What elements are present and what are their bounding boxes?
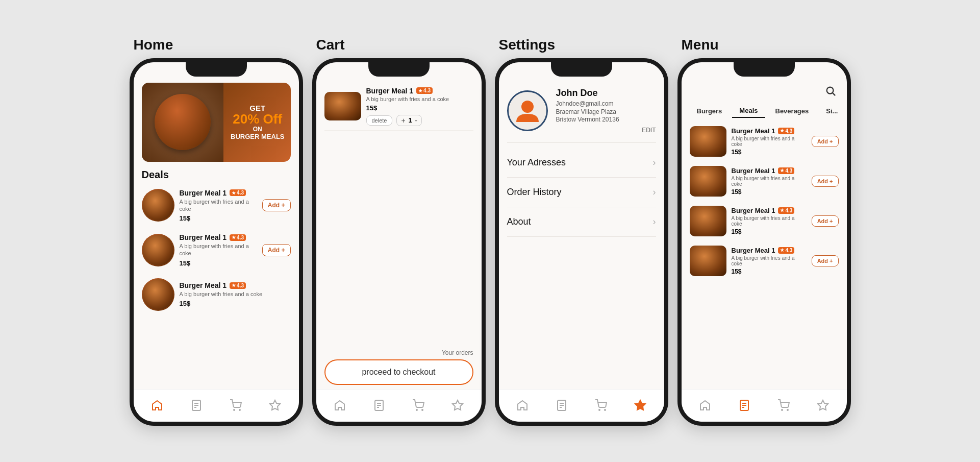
menu-add-btn-3[interactable]: Add +: [812, 215, 839, 227]
checkout-btn[interactable]: proceed to checkout: [324, 359, 473, 385]
svg-marker-30: [818, 400, 828, 410]
menu-search-btn[interactable]: [822, 83, 839, 99]
cart-screen: Burger Meal 1 ★4.3 A big burger with fri…: [316, 62, 482, 422]
cart-delete-btn-1[interactable]: delete: [366, 115, 393, 126]
menu-bottom-nav: [682, 389, 847, 422]
settings-bottom-nav: [499, 389, 664, 422]
cart-item-name-1: Burger Meal 1: [366, 87, 414, 95]
home-content: GET 20% Off ON BURGER MEALS Deals: [134, 62, 299, 389]
menu-meal-card-3: Burger Meal 1 ★4.3 A big burger with fri…: [690, 204, 839, 238]
svg-point-20: [605, 409, 606, 410]
menu-meal-desc-4: A big burger with fries and a coke: [732, 255, 807, 266]
settings-about-chevron: ›: [653, 216, 656, 227]
cart-notch: [368, 62, 430, 77]
menu-meal-price-1: 15$: [732, 149, 807, 156]
cart-qty-minus-1[interactable]: -: [415, 116, 417, 125]
settings-addresses-chevron: ›: [653, 157, 656, 168]
home-nav-notes-icon[interactable]: [189, 398, 204, 412]
menu-tab-burgers[interactable]: Burgers: [690, 104, 730, 118]
profile-name: John Doe: [556, 88, 656, 99]
menu-meal-name-row-2: Burger Meal 1 ★4.3: [732, 167, 807, 175]
home-phone: GET 20% Off ON BURGER MEALS Deals: [130, 58, 303, 426]
settings-nav-home-icon[interactable]: [515, 398, 530, 412]
home-meal-price-1: 15$: [180, 214, 257, 222]
menu-add-btn-4[interactable]: Add +: [812, 255, 839, 266]
home-rating-badge-1: ★4.3: [230, 189, 246, 196]
settings-nav-notes-icon[interactable]: [555, 398, 569, 412]
home-nav-home-icon[interactable]: [150, 398, 164, 412]
settings-nav-cart-icon[interactable]: [594, 398, 608, 412]
menu-items-list: Burger Meal 1 ★4.3 A big burger with fri…: [690, 124, 839, 389]
menu-label: Menu: [677, 37, 719, 53]
hero-burger-meals-text: BURGER MEALS: [231, 133, 284, 140]
menu-nav-home-icon[interactable]: [698, 398, 712, 412]
menu-tab-meals[interactable]: Meals: [732, 104, 765, 118]
home-bottom-nav: [134, 389, 299, 422]
menu-meal-desc-2: A big burger with fries and a coke: [732, 176, 807, 187]
cart-nav-cart-icon[interactable]: [411, 398, 425, 412]
menu-meal-desc-1: A big burger with fries and a coke: [732, 136, 807, 147]
home-nav-settings-icon[interactable]: [268, 398, 282, 412]
home-add-btn-1[interactable]: Add +: [262, 199, 291, 211]
svg-point-29: [787, 409, 788, 410]
cart-rating-badge-1: ★4.3: [416, 87, 433, 94]
menu-meal-name-row-4: Burger Meal 1 ★4.3: [732, 247, 807, 254]
menu-meal-info-2: Burger Meal 1 ★4.3 A big burger with fri…: [732, 167, 807, 196]
home-meal-desc-3: A big burger with fries and a coke: [180, 290, 291, 298]
settings-order-history-chevron: ›: [653, 187, 656, 198]
settings-item-order-history[interactable]: Order History ›: [507, 178, 656, 207]
cart-phone: Burger Meal 1 ★4.3 A big burger with fri…: [312, 58, 486, 426]
settings-item-addresses[interactable]: Your Adresses ›: [507, 148, 656, 178]
svg-line-23: [833, 93, 835, 95]
hero-percent-text: 20% Off: [231, 112, 284, 126]
settings-item-about[interactable]: About ›: [507, 207, 656, 237]
menu-tab-sides[interactable]: Si...: [819, 104, 838, 118]
menu-nav-cart-icon[interactable]: [776, 398, 791, 412]
cart-item-controls-1: delete + 1 -: [366, 115, 473, 126]
settings-content: John Doe Johndoe@gmail.com Braemar Villa…: [499, 62, 664, 389]
home-rating-badge-3: ★4.3: [230, 282, 246, 289]
menu-add-btn-1[interactable]: Add +: [812, 136, 839, 147]
cart-item-name-row-1: Burger Meal 1 ★4.3: [366, 87, 473, 95]
cart-nav-home-icon[interactable]: [333, 398, 347, 412]
svg-point-12: [422, 409, 423, 410]
menu-meal-name-2: Burger Meal 1: [732, 167, 775, 175]
menu-meal-name-row-3: Burger Meal 1 ★4.3: [732, 207, 807, 214]
menu-phone-wrapper: Menu Burgers: [677, 37, 851, 426]
menu-meal-price-2: 15$: [732, 188, 807, 196]
svg-marker-21: [635, 400, 645, 410]
home-meal-name-row-1: Burger Meal 1 ★4.3: [180, 189, 257, 197]
home-add-btn-2[interactable]: Add +: [262, 244, 291, 256]
settings-nav-settings-icon[interactable]: [633, 398, 647, 412]
menu-nav-notes-icon[interactable]: [737, 398, 751, 412]
home-meal-price-3: 15$: [180, 300, 291, 307]
profile-addr2: Bristow Vermont 20136: [556, 116, 656, 123]
edit-profile-link[interactable]: EDIT: [642, 127, 656, 134]
cart-qty-plus-1[interactable]: +: [401, 116, 405, 125]
cart-item-price-1: 15$: [366, 104, 473, 112]
menu-meal-info-4: Burger Meal 1 ★4.3 A big burger with fri…: [732, 247, 807, 275]
menu-add-btn-2[interactable]: Add +: [812, 176, 839, 187]
home-meal-name-row-2: Burger Meal 1 ★4.3: [180, 233, 257, 241]
menu-meal-img-4: [690, 246, 726, 276]
home-meal-info-2: Burger Meal 1 ★4.3 A big burger with fri…: [180, 233, 257, 267]
home-notch: [186, 62, 247, 77]
home-nav-cart-icon[interactable]: [229, 398, 243, 412]
menu-meal-img-1: [690, 126, 726, 157]
menu-tab-beverages[interactable]: Beverages: [768, 104, 816, 118]
menu-rating-badge-2: ★4.3: [778, 167, 794, 174]
avatar: [507, 90, 548, 131]
cart-label: Cart: [312, 37, 345, 53]
menu-nav-settings-icon[interactable]: [816, 398, 830, 412]
home-meal-name-3: Burger Meal 1: [180, 281, 227, 289]
cart-nav-notes-icon[interactable]: [372, 398, 386, 412]
svg-point-14: [521, 101, 534, 113]
cart-nav-settings-icon[interactable]: [450, 398, 465, 412]
menu-meal-desc-3: A big burger with fries and a coke: [732, 215, 807, 227]
phones-container: Home GET 20% Off ON BURGER MEALS: [130, 37, 851, 426]
settings-menu: Your Adresses › Order History › About ›: [507, 148, 656, 237]
cart-item-desc-1: A big burger with fries and a coke: [366, 96, 473, 102]
home-meal-img-3: [142, 278, 174, 311]
hero-burger-circle: [155, 94, 211, 150]
home-rating-badge-2: ★4.3: [230, 234, 246, 241]
